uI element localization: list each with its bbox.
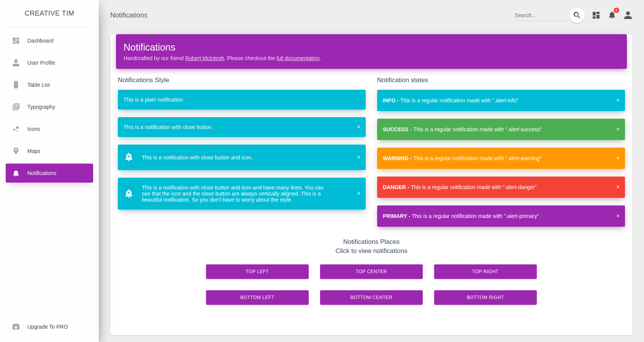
sidebar-nav: Dashboard User Profile Table List Typogr…: [0, 31, 99, 183]
person-icon: [11, 59, 21, 67]
top-center-button[interactable]: TOP CENTER: [320, 264, 423, 279]
search-icon: [573, 11, 582, 20]
page-title: Notifications: [110, 11, 148, 19]
sidebar-item-typography[interactable]: Typography: [6, 97, 93, 116]
sidebar-item-table-list[interactable]: Table List: [6, 75, 93, 94]
notifications-badge: 5: [613, 7, 620, 13]
section-title-states: Notification states: [377, 76, 625, 84]
alert-state-danger: DANGER - This is a regular notification …: [377, 177, 625, 198]
svg-point-0: [13, 129, 16, 131]
location-icon: [11, 147, 21, 155]
topbar-right: 5: [514, 8, 633, 23]
sidebar-item-notifications[interactable]: Notifications: [6, 164, 93, 183]
section-title-style: Notifications Style: [118, 76, 366, 84]
alert-state-success: SUCCESS - This is a regular notification…: [377, 119, 625, 140]
sidebar-item-maps[interactable]: Maps: [6, 142, 93, 161]
alert-state-info: INFO - This is a regular notification ma…: [377, 90, 625, 111]
sidebar-item-label: Dashboard: [27, 38, 54, 44]
notifications-card: Notifications Handcrafted by our friend …: [110, 34, 633, 335]
search-wrap: [514, 8, 585, 23]
bottom-center-button[interactable]: BOTTOM CENTER: [320, 290, 423, 305]
alert-message: WARNING - This is a regular notification…: [383, 155, 541, 161]
sidebar-item-upgrade[interactable]: Upgrade To PRO: [6, 317, 93, 336]
close-icon[interactable]: ×: [616, 155, 620, 161]
close-icon[interactable]: ×: [357, 191, 360, 197]
alert-message: INFO - This is a regular notification ma…: [383, 97, 518, 103]
alert-message: This is a notification with close button…: [142, 185, 326, 203]
svg-point-1: [16, 130, 18, 132]
clipboard-icon: [11, 81, 21, 89]
close-icon[interactable]: ×: [357, 124, 360, 130]
sidebar-item-label: Typography: [27, 104, 55, 110]
alert-message: This is a plain notification: [124, 97, 183, 103]
search-button[interactable]: [569, 8, 585, 23]
alert-state-warning: WARNING - This is a regular notification…: [377, 148, 625, 169]
sidebar-item-label: Notifications: [27, 170, 56, 176]
add-alert-icon: [124, 188, 134, 200]
sidebar: CREATIVE TIM Dashboard User Profile Tabl…: [0, 0, 99, 342]
sidebar-item-label: Upgrade To PRO: [27, 324, 68, 330]
close-icon[interactable]: ×: [357, 154, 360, 161]
search-input[interactable]: [514, 10, 567, 21]
add-alert-icon: [124, 151, 134, 163]
top-left-button[interactable]: TOP LEFT: [206, 264, 309, 279]
card-header-subtitle: Handcrafted by our friend Robert McIntos…: [124, 55, 619, 61]
places-title: Notifications Places: [118, 238, 625, 246]
sidebar-item-label: Table List: [27, 82, 50, 88]
bottom-right-button[interactable]: BOTTOM RIGHT: [434, 290, 537, 305]
account-icon[interactable]: [623, 11, 633, 20]
notification-states-column: Notification states INFO - This is a reg…: [377, 76, 625, 234]
sidebar-item-icons[interactable]: Icons: [6, 119, 93, 138]
sidebar-item-user-profile[interactable]: User Profile: [6, 53, 93, 72]
divider: [6, 27, 93, 27]
documentation-link[interactable]: full documentation: [276, 55, 320, 61]
dashboard-link-icon[interactable]: [592, 11, 601, 20]
bell-icon: [11, 169, 21, 177]
bubble-chart-icon: [11, 125, 21, 133]
sidebar-item-label: Icons: [27, 126, 40, 132]
places-subtitle: Click to view notifications: [118, 247, 625, 255]
alert-message: PRIMARY - This is a regular notification…: [383, 213, 539, 219]
library-books-icon: [11, 103, 21, 111]
alert-long: This is a notification with close button…: [118, 178, 366, 210]
alert-message: This is a notification with close button…: [124, 124, 213, 130]
dashboard-icon: [11, 37, 21, 45]
author-link[interactable]: Robert McIntosh: [185, 55, 224, 61]
top-right-button[interactable]: TOP RIGHT: [434, 264, 537, 279]
close-icon[interactable]: ×: [616, 97, 620, 103]
topbar: Notifications 5: [110, 0, 633, 34]
notifications-bell[interactable]: 5: [608, 10, 617, 21]
close-icon[interactable]: ×: [616, 213, 620, 219]
svg-point-2: [16, 126, 19, 129]
alert-with-icon: This is a notification with close button…: [118, 145, 366, 170]
alert-message: DANGER - This is a regular notification …: [383, 184, 536, 190]
sidebar-item-dashboard[interactable]: Dashboard: [6, 31, 93, 50]
unarchive-icon: [11, 323, 21, 331]
close-icon[interactable]: ×: [616, 126, 620, 132]
brand-title[interactable]: CREATIVE TIM: [0, 0, 99, 27]
sidebar-bottom: Upgrade To PRO: [6, 317, 93, 336]
alert-message: SUCCESS - This is a regular notification…: [383, 126, 542, 132]
bottom-left-button[interactable]: BOTTOM LEFT: [206, 290, 309, 305]
alert-message: This is a notification with close button…: [142, 154, 253, 161]
sidebar-item-label: User Profile: [27, 60, 55, 66]
notifications-places: Notifications Places Click to view notif…: [118, 234, 625, 328]
close-icon[interactable]: ×: [616, 184, 620, 190]
sidebar-item-label: Maps: [27, 148, 40, 154]
card-header-title: Notifications: [124, 42, 619, 53]
alert-with-close: This is a notification with close button…: [118, 117, 366, 137]
card-header: Notifications Handcrafted by our friend …: [116, 34, 627, 69]
alert-state-primary: PRIMARY - This is a regular notification…: [377, 205, 625, 227]
main-content: Notifications 5 Notifications Handcrafte…: [99, 0, 644, 342]
alert-plain: This is a plain notification: [118, 90, 366, 110]
notifications-style-column: Notifications Style This is a plain noti…: [118, 76, 366, 234]
